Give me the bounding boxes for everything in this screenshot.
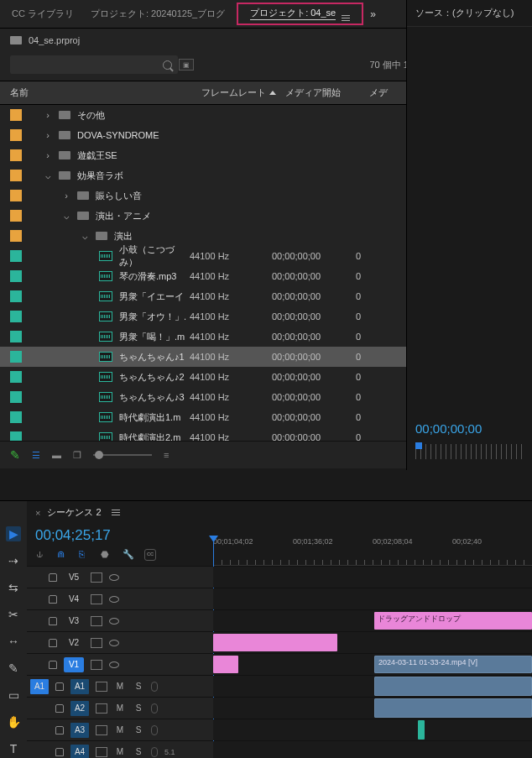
label-color-swatch[interactable]	[10, 109, 22, 121]
video-track-target[interactable]: V2	[64, 635, 84, 651]
snap-icon[interactable]: ⋒	[57, 549, 69, 561]
solo-button[interactable]: S	[133, 682, 144, 691]
icon-view-button[interactable]: ▬	[52, 450, 61, 460]
label-color-swatch[interactable]	[10, 311, 22, 322]
source-ruler[interactable]	[415, 444, 524, 459]
lock-icon[interactable]	[55, 704, 64, 713]
voiceover-mic-icon[interactable]	[151, 703, 158, 714]
slip-tool[interactable]: ↔	[6, 634, 21, 649]
col-framerate[interactable]: フレームレート	[201, 86, 285, 99]
source-playhead[interactable]	[415, 442, 422, 449]
eye-icon[interactable]	[109, 574, 119, 581]
track-content[interactable]: 2024-03-11 01-33-24.mp4 [V]	[213, 654, 532, 675]
audio-track-target[interactable]: A1	[70, 679, 89, 694]
timeline-audio-clip[interactable]	[418, 720, 425, 740]
sort-menu-icon[interactable]: ≡	[164, 450, 169, 460]
label-color-swatch[interactable]	[10, 149, 22, 161]
sync-lock-icon[interactable]	[96, 747, 107, 757]
timeline-clip[interactable]: 2024-03-11 01-33-24.mp4 [V]	[374, 656, 532, 673]
track-content[interactable]	[213, 567, 532, 588]
marker-icon[interactable]: ⬣	[101, 549, 112, 561]
lock-icon[interactable]	[49, 617, 57, 625]
wrench-icon[interactable]: 🔧	[123, 549, 134, 561]
solo-button[interactable]: S	[133, 725, 144, 734]
razor-tool[interactable]: ✂	[6, 607, 21, 622]
mute-button[interactable]: M	[114, 703, 126, 713]
lock-icon[interactable]	[49, 595, 57, 604]
pen-tool[interactable]: ✎	[6, 661, 21, 676]
eye-icon[interactable]	[109, 596, 119, 603]
disclosure-arrow-icon[interactable]: ›	[62, 191, 70, 201]
linked-selection-icon[interactable]: ⎘	[79, 549, 91, 561]
sync-lock-icon[interactable]	[96, 703, 107, 714]
timeline-ruler[interactable]: 00;01;04;02 00;01;36;02 00;02;08;04 00;0…	[213, 537, 532, 566]
label-color-swatch[interactable]	[10, 351, 22, 363]
track-content[interactable]	[213, 588, 532, 609]
freeform-view-button[interactable]: ❐	[73, 450, 81, 461]
label-color-swatch[interactable]	[10, 230, 22, 242]
rectangle-tool[interactable]: ▭	[6, 687, 21, 703]
disclosure-arrow-icon[interactable]: ⌵	[81, 231, 89, 242]
disclosure-arrow-icon[interactable]: ⌵	[44, 170, 52, 181]
sync-lock-icon[interactable]	[91, 572, 102, 583]
col-media-start[interactable]: メディア開始	[285, 86, 369, 99]
track-content[interactable]	[213, 632, 532, 653]
lock-icon[interactable]	[49, 639, 57, 647]
label-color-swatch[interactable]	[10, 391, 22, 403]
label-color-swatch[interactable]	[10, 210, 22, 222]
sync-lock-icon[interactable]	[96, 725, 107, 735]
selection-tool[interactable]: ▶	[6, 526, 21, 541]
video-track-target[interactable]: V1	[64, 657, 84, 672]
video-track-target[interactable]: V5	[64, 570, 84, 585]
sync-lock-icon[interactable]	[91, 638, 102, 648]
voiceover-mic-icon[interactable]	[151, 682, 158, 692]
close-icon[interactable]: ×	[35, 508, 40, 518]
timeline-timecode[interactable]: 00;04;25;17	[27, 524, 213, 547]
source-timecode[interactable]: 00;00;00;00	[407, 413, 532, 444]
timeline-clip[interactable]: ドラッグアンドドロップ	[374, 612, 532, 630]
eye-icon[interactable]	[109, 640, 119, 646]
audio-track-target[interactable]: A3	[70, 723, 89, 738]
label-color-swatch[interactable]	[10, 431, 22, 441]
label-color-swatch[interactable]	[10, 371, 22, 383]
track-content[interactable]	[213, 719, 532, 740]
source-tab[interactable]: ソース：(クリップなし)	[407, 0, 532, 27]
label-color-swatch[interactable]	[10, 129, 22, 141]
track-content[interactable]	[213, 741, 532, 758]
solo-button[interactable]: S	[133, 703, 144, 713]
label-color-swatch[interactable]	[10, 290, 22, 302]
voiceover-mic-icon[interactable]	[151, 725, 158, 735]
sequence-menu-icon[interactable]	[112, 510, 120, 515]
label-color-swatch[interactable]	[10, 190, 22, 201]
video-track-target[interactable]: V4	[64, 592, 84, 607]
timeline-clip[interactable]	[213, 656, 238, 673]
insert-icon[interactable]: ⫝	[35, 549, 47, 561]
timeline-audio-clip[interactable]	[374, 677, 532, 696]
label-color-swatch[interactable]	[10, 170, 22, 181]
audio-source-patch[interactable]: A1	[30, 679, 49, 694]
track-content[interactable]	[213, 698, 532, 719]
eye-icon[interactable]	[109, 661, 119, 668]
tab-project-1[interactable]: プロジェクト: 20240125_ブログ	[86, 4, 230, 24]
voiceover-mic-icon[interactable]	[151, 747, 158, 757]
sequence-tab[interactable]: × シーケンス 2	[27, 501, 532, 524]
solo-button[interactable]: S	[133, 747, 144, 756]
cc-icon[interactable]: cc	[144, 549, 156, 561]
list-view-button[interactable]: ☰	[32, 450, 40, 461]
mute-button[interactable]: M	[114, 682, 126, 691]
mute-button[interactable]: M	[114, 747, 126, 756]
eye-icon[interactable]	[109, 618, 119, 625]
type-tool[interactable]: T	[6, 741, 21, 756]
label-color-swatch[interactable]	[10, 250, 22, 262]
hand-tool[interactable]: ✋	[6, 714, 21, 729]
mute-button[interactable]: M	[114, 725, 126, 734]
search-input[interactable]	[10, 55, 178, 74]
thumbnail-size-slider[interactable]	[93, 454, 152, 456]
lock-icon[interactable]	[55, 682, 64, 691]
video-track-target[interactable]: V3	[64, 614, 84, 629]
audio-track-target[interactable]: A2	[70, 701, 89, 716]
lock-icon[interactable]	[49, 573, 57, 582]
timeline-clip[interactable]	[213, 634, 337, 651]
lock-icon[interactable]	[55, 748, 64, 756]
track-content[interactable]	[213, 676, 532, 697]
